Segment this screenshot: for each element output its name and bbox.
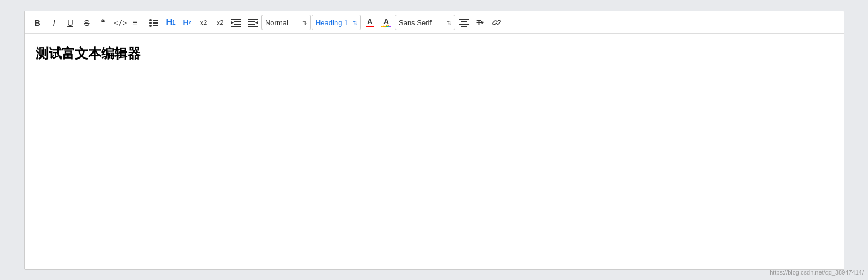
font-highlight-button[interactable]: A [378, 15, 394, 30]
code-button[interactable]: </> [112, 15, 129, 30]
paragraph-select[interactable]: Normal ⇅ [261, 15, 311, 30]
font-color-icon: A [366, 18, 374, 27]
paragraph-select-value: Normal [265, 19, 288, 27]
font-select[interactable]: Sans Serif ⇅ [395, 15, 455, 30]
url-hint: https://blog.csdn.net/qq_38947414/ [770, 269, 864, 276]
svg-point-3 [149, 22, 152, 24]
svg-rect-2 [153, 20, 158, 21]
svg-rect-9 [234, 24, 241, 25]
svg-rect-12 [248, 19, 258, 20]
editor-container: B I U S ❝ </> ≡ H1 [24, 11, 844, 270]
toolbar: B I U S ❝ </> ≡ H1 [25, 11, 844, 34]
font-select-arrow: ⇅ [447, 20, 451, 26]
clear-format-button[interactable]: Tx [473, 15, 488, 30]
heading-select-value: Heading 1 [316, 19, 348, 27]
italic-button[interactable]: I [46, 15, 62, 30]
svg-rect-14 [248, 24, 255, 25]
quote-button[interactable]: ❝ [96, 15, 111, 30]
font-highlight-icon: A [381, 18, 391, 27]
font-select-value: Sans Serif [399, 19, 432, 27]
svg-text:≡: ≡ [133, 18, 137, 27]
indent-left-button[interactable] [245, 15, 260, 30]
bold-button[interactable]: B [30, 15, 45, 30]
svg-rect-10 [231, 26, 241, 27]
svg-rect-13 [248, 21, 255, 22]
svg-rect-15 [248, 26, 258, 27]
svg-rect-18 [461, 21, 467, 22]
heading-select[interactable]: Heading 1 ⇅ [312, 15, 361, 30]
indent-right-button[interactable] [229, 15, 244, 30]
underline-button[interactable]: U [63, 15, 78, 30]
link-button[interactable] [489, 15, 504, 30]
svg-rect-6 [153, 25, 158, 26]
font-color-button[interactable]: A [362, 15, 377, 30]
editor-heading: 测试富文本编辑器 [36, 45, 833, 62]
editor-content[interactable]: 测试富文本编辑器 [25, 34, 844, 269]
ordered-list-button[interactable]: ≡ [130, 15, 145, 30]
svg-point-1 [149, 19, 152, 21]
strikethrough-button[interactable]: S [79, 15, 95, 30]
svg-rect-17 [459, 19, 469, 20]
svg-rect-8 [234, 21, 241, 22]
paragraph-select-arrow: ⇅ [302, 20, 307, 26]
unordered-list-button[interactable] [147, 15, 162, 30]
h1-button[interactable]: H1 [163, 15, 178, 30]
svg-rect-4 [153, 22, 158, 24]
editor-wrapper: B I U S ❝ </> ≡ H1 [13, 0, 855, 280]
align-center-button[interactable] [456, 15, 471, 30]
heading-select-arrow: ⇅ [353, 20, 357, 26]
svg-rect-19 [459, 24, 469, 25]
h2-button[interactable]: H2 [179, 15, 195, 30]
svg-marker-11 [231, 21, 234, 24]
svg-marker-16 [255, 21, 258, 24]
svg-rect-20 [461, 26, 467, 27]
svg-rect-7 [231, 19, 241, 20]
subscript-button[interactable]: x2 [196, 15, 211, 30]
superscript-button[interactable]: x2 [212, 15, 228, 30]
svg-point-5 [149, 25, 152, 27]
